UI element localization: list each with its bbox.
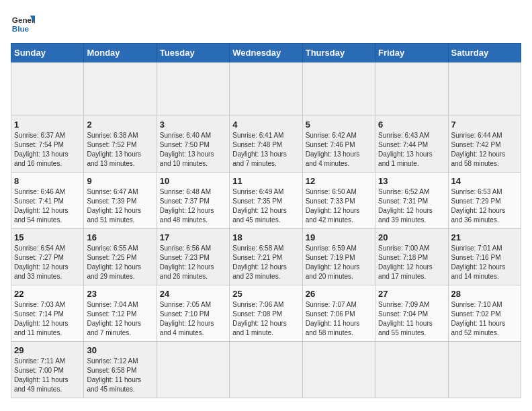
- day-of-week-header: Saturday: [448, 44, 521, 62]
- day-info: Sunrise: 7:01 AM Sunset: 7:16 PM Dayligh…: [451, 244, 518, 281]
- day-number: 16: [87, 232, 153, 242]
- calendar-cell: [84, 62, 157, 116]
- calendar-cell: 26Sunrise: 7:07 AM Sunset: 7:06 PM Dayli…: [302, 285, 375, 342]
- day-info: Sunrise: 7:06 AM Sunset: 7:08 PM Dayligh…: [232, 300, 299, 338]
- calendar-cell: 7Sunrise: 6:44 AM Sunset: 7:42 PM Daylig…: [448, 116, 521, 173]
- day-number: 5: [306, 120, 372, 130]
- calendar-cell: 4Sunrise: 6:41 AM Sunset: 7:48 PM Daylig…: [230, 116, 302, 173]
- calendar-cell: 9Sunrise: 6:47 AM Sunset: 7:39 PM Daylig…: [84, 173, 157, 229]
- calendar-cell: 12Sunrise: 6:50 AM Sunset: 7:33 PM Dayli…: [302, 173, 375, 229]
- day-number: 18: [232, 232, 299, 242]
- day-info: Sunrise: 6:47 AM Sunset: 7:39 PM Dayligh…: [87, 187, 153, 225]
- day-info: Sunrise: 6:38 AM Sunset: 7:52 PM Dayligh…: [87, 131, 153, 169]
- calendar-cell: 11Sunrise: 6:49 AM Sunset: 7:35 PM Dayli…: [230, 173, 302, 229]
- calendar-cell: [230, 62, 302, 116]
- calendar-cell: 15Sunrise: 6:54 AM Sunset: 7:27 PM Dayli…: [11, 229, 84, 285]
- calendar-row: 15Sunrise: 6:54 AM Sunset: 7:27 PM Dayli…: [11, 229, 521, 285]
- calendar-cell: 23Sunrise: 7:04 AM Sunset: 7:12 PM Dayli…: [84, 285, 157, 342]
- calendar-cell: [157, 62, 229, 116]
- calendar-cell: [302, 342, 375, 398]
- day-info: Sunrise: 7:07 AM Sunset: 7:06 PM Dayligh…: [306, 300, 372, 338]
- calendar-cell: 3Sunrise: 6:40 AM Sunset: 7:50 PM Daylig…: [157, 116, 229, 173]
- day-number: 30: [87, 345, 153, 355]
- day-info: Sunrise: 6:50 AM Sunset: 7:33 PM Dayligh…: [306, 187, 372, 225]
- day-info: Sunrise: 7:09 AM Sunset: 7:04 PM Dayligh…: [378, 300, 445, 338]
- day-info: Sunrise: 7:00 AM Sunset: 7:18 PM Dayligh…: [378, 244, 445, 281]
- calendar-cell: 27Sunrise: 7:09 AM Sunset: 7:04 PM Dayli…: [375, 285, 448, 342]
- calendar-cell: 30Sunrise: 7:12 AM Sunset: 6:58 PM Dayli…: [84, 342, 157, 398]
- day-of-week-header: Sunday: [11, 44, 84, 62]
- calendar-cell: [157, 342, 229, 398]
- day-number: 9: [87, 176, 153, 186]
- day-number: 26: [306, 289, 372, 299]
- day-info: Sunrise: 6:40 AM Sunset: 7:50 PM Dayligh…: [160, 131, 226, 169]
- calendar-cell: 22Sunrise: 7:03 AM Sunset: 7:14 PM Dayli…: [11, 285, 84, 342]
- calendar-cell: 28Sunrise: 7:10 AM Sunset: 7:02 PM Dayli…: [448, 285, 521, 342]
- day-of-week-header: Friday: [375, 44, 448, 62]
- day-number: 27: [378, 289, 445, 299]
- calendar-row: [11, 62, 521, 116]
- calendar-cell: [448, 342, 521, 398]
- day-number: 8: [14, 176, 81, 186]
- day-info: Sunrise: 6:37 AM Sunset: 7:54 PM Dayligh…: [14, 131, 81, 169]
- day-number: 6: [378, 120, 445, 130]
- day-number: 15: [14, 232, 81, 242]
- calendar-row: 8Sunrise: 6:46 AM Sunset: 7:41 PM Daylig…: [11, 173, 521, 229]
- calendar-table: SundayMondayTuesdayWednesdayThursdayFrid…: [11, 43, 521, 398]
- day-number: 1: [14, 120, 81, 130]
- calendar-cell: 24Sunrise: 7:05 AM Sunset: 7:10 PM Dayli…: [157, 285, 229, 342]
- day-number: 3: [160, 120, 226, 130]
- calendar-cell: [448, 62, 521, 116]
- day-number: 22: [14, 289, 81, 299]
- calendar-cell: [375, 342, 448, 398]
- day-info: Sunrise: 7:12 AM Sunset: 6:58 PM Dayligh…: [87, 357, 153, 394]
- day-number: 11: [232, 176, 299, 186]
- day-number: 20: [378, 232, 445, 242]
- calendar-cell: 13Sunrise: 6:52 AM Sunset: 7:31 PM Dayli…: [375, 173, 448, 229]
- day-info: Sunrise: 6:53 AM Sunset: 7:29 PM Dayligh…: [451, 187, 518, 225]
- svg-text:Blue: Blue: [12, 24, 30, 33]
- day-number: 12: [306, 176, 372, 186]
- calendar-cell: 10Sunrise: 6:48 AM Sunset: 7:37 PM Dayli…: [157, 173, 229, 229]
- day-number: 2: [87, 120, 153, 130]
- day-number: 7: [451, 120, 518, 130]
- day-number: 14: [451, 176, 518, 186]
- calendar-cell: 16Sunrise: 6:55 AM Sunset: 7:25 PM Dayli…: [84, 229, 157, 285]
- day-info: Sunrise: 7:10 AM Sunset: 7:02 PM Dayligh…: [451, 300, 518, 338]
- calendar-cell: 1Sunrise: 6:37 AM Sunset: 7:54 PM Daylig…: [11, 116, 84, 173]
- day-number: 25: [232, 289, 299, 299]
- day-info: Sunrise: 7:05 AM Sunset: 7:10 PM Dayligh…: [160, 300, 226, 338]
- day-number: 17: [160, 232, 226, 242]
- calendar-cell: 14Sunrise: 6:53 AM Sunset: 7:29 PM Dayli…: [448, 173, 521, 229]
- calendar-cell: 25Sunrise: 7:06 AM Sunset: 7:08 PM Dayli…: [230, 285, 302, 342]
- calendar-row: 22Sunrise: 7:03 AM Sunset: 7:14 PM Dayli…: [11, 285, 521, 342]
- calendar-cell: 2Sunrise: 6:38 AM Sunset: 7:52 PM Daylig…: [84, 116, 157, 173]
- day-number: 23: [87, 289, 153, 299]
- day-number: 29: [14, 345, 81, 355]
- calendar-cell: [11, 62, 84, 116]
- calendar-cell: 5Sunrise: 6:42 AM Sunset: 7:46 PM Daylig…: [302, 116, 375, 173]
- day-info: Sunrise: 6:58 AM Sunset: 7:21 PM Dayligh…: [232, 244, 299, 281]
- day-info: Sunrise: 7:04 AM Sunset: 7:12 PM Dayligh…: [87, 300, 153, 338]
- logo-icon: General Blue: [11, 11, 35, 35]
- calendar-cell: [375, 62, 448, 116]
- day-number: 19: [306, 232, 372, 242]
- day-number: 21: [451, 232, 518, 242]
- day-info: Sunrise: 6:43 AM Sunset: 7:44 PM Dayligh…: [378, 131, 445, 169]
- calendar-body: 1Sunrise: 6:37 AM Sunset: 7:54 PM Daylig…: [11, 62, 521, 398]
- day-number: 4: [232, 120, 299, 130]
- day-info: Sunrise: 6:56 AM Sunset: 7:23 PM Dayligh…: [160, 244, 226, 281]
- day-info: Sunrise: 7:11 AM Sunset: 7:00 PM Dayligh…: [14, 357, 81, 394]
- day-info: Sunrise: 6:49 AM Sunset: 7:35 PM Dayligh…: [232, 187, 299, 225]
- day-of-week-header: Monday: [84, 44, 157, 62]
- day-number: 13: [378, 176, 445, 186]
- day-info: Sunrise: 6:42 AM Sunset: 7:46 PM Dayligh…: [306, 131, 372, 169]
- calendar-cell: 18Sunrise: 6:58 AM Sunset: 7:21 PM Dayli…: [230, 229, 302, 285]
- day-info: Sunrise: 6:46 AM Sunset: 7:41 PM Dayligh…: [14, 187, 81, 225]
- calendar-cell: 6Sunrise: 6:43 AM Sunset: 7:44 PM Daylig…: [375, 116, 448, 173]
- day-of-week-header: Thursday: [302, 44, 375, 62]
- day-info: Sunrise: 6:55 AM Sunset: 7:25 PM Dayligh…: [87, 244, 153, 281]
- day-number: 24: [160, 289, 226, 299]
- calendar-cell: 20Sunrise: 7:00 AM Sunset: 7:18 PM Dayli…: [375, 229, 448, 285]
- calendar-cell: [230, 342, 302, 398]
